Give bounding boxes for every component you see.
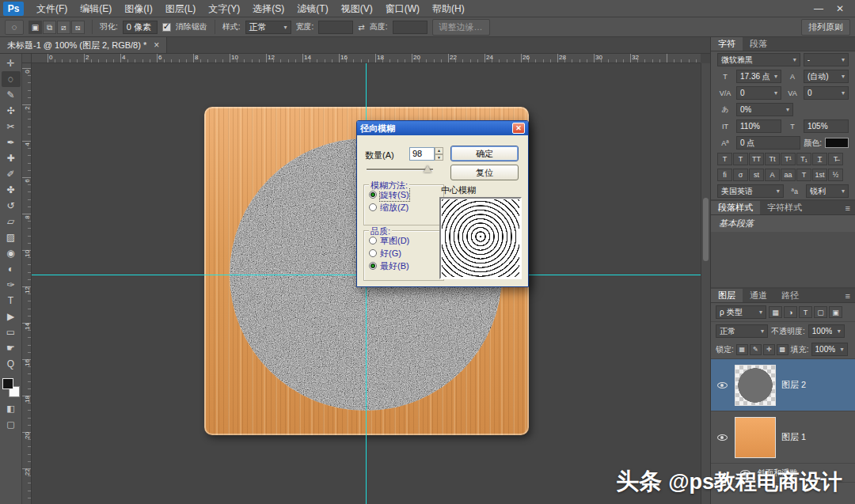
photoshop-logo[interactable]: Ps — [3, 2, 24, 16]
tab-channels[interactable]: 通道 — [743, 289, 774, 302]
tab-paragraph-styles[interactable]: 段落样式 — [711, 201, 760, 214]
anti-alias-select[interactable]: 锐利 — [806, 184, 849, 198]
shape-tool[interactable]: ▭ — [2, 324, 21, 340]
lock-pixels-icon[interactable]: ✎ — [750, 344, 762, 355]
amount-spinner[interactable]: ▲▼ — [435, 147, 443, 161]
eyedropper-tool[interactable]: ✒ — [2, 135, 21, 150]
radio-zoom[interactable]: 缩放(Z) — [369, 201, 439, 214]
amount-input[interactable]: 98 — [409, 147, 435, 161]
filter-shape-layers-icon[interactable]: ▢ — [814, 306, 827, 318]
dodge-tool[interactable]: ◐ — [2, 261, 21, 277]
new-selection-icon[interactable]: ▣ — [28, 21, 42, 34]
font-size-select[interactable]: 17.36 点 — [736, 70, 781, 83]
crop-tool[interactable]: ✂ — [2, 119, 21, 135]
feather-input[interactable]: 0 像素 — [123, 21, 158, 34]
menu-edit[interactable]: 编辑(E) — [74, 0, 118, 17]
ruler-vertical[interactable]: 0246810121416182022 — [22, 63, 32, 504]
path-selection-tool[interactable]: ▶ — [2, 309, 21, 324]
blur-tool[interactable]: ◉ — [2, 245, 21, 261]
tab-paragraph[interactable]: 段落 — [743, 37, 774, 51]
filter-adjustment-layers-icon[interactable]: ◑ — [784, 306, 797, 318]
style-select[interactable]: 正常 — [245, 21, 291, 34]
history-brush-tool[interactable]: ↺ — [2, 198, 21, 214]
anti-alias-checkbox[interactable] — [162, 23, 171, 32]
amount-slider[interactable] — [367, 169, 433, 170]
tab-layers[interactable]: 图层 — [711, 289, 743, 302]
filter-type-layers-icon[interactable]: T — [799, 306, 812, 318]
menu-layer[interactable]: 图层(L) — [159, 0, 203, 17]
healing-brush-tool[interactable]: ✚ — [2, 150, 21, 166]
hand-tool[interactable]: ☛ — [2, 340, 21, 356]
menu-file[interactable]: 文件(F) — [30, 0, 74, 17]
lasso-tool[interactable]: ✎ — [2, 87, 21, 103]
eraser-tool[interactable]: ▱ — [2, 214, 21, 229]
foreground-color-swatch[interactable] — [2, 378, 13, 389]
layer-name[interactable]: 图层 1 — [781, 431, 806, 443]
document-tab[interactable]: 未标题-1 @ 100% (图层 2, RGB/8) * × — [0, 37, 167, 53]
tracking-select[interactable]: 0 — [804, 86, 849, 100]
layer-1-thumbnail[interactable] — [735, 417, 776, 458]
zoom-tool[interactable]: Q — [2, 356, 21, 372]
menu-image[interactable]: 图像(I) — [118, 0, 158, 17]
opacity-field[interactable]: 100% — [808, 324, 845, 338]
panel-menu-icon[interactable]: ≡ — [841, 201, 855, 214]
workspace-switcher-button[interactable]: 排列原则 — [801, 19, 850, 36]
fill-field[interactable]: 100% — [811, 343, 848, 356]
menu-type[interactable]: 文字(Y) — [202, 0, 246, 17]
menu-filter[interactable]: 滤镜(T) — [291, 0, 334, 17]
ruler-horizontal[interactable]: 02468101214161820222426283032 — [32, 54, 701, 63]
horizontal-scale-field[interactable]: 105% — [804, 119, 849, 133]
visibility-toggle[interactable] — [715, 382, 729, 388]
scrollbar-thumb[interactable] — [703, 198, 709, 261]
layer-name[interactable]: 图层 2 — [781, 379, 806, 391]
quick-selection-tool[interactable]: ✣ — [2, 103, 21, 119]
leading-select[interactable]: (自动) — [804, 70, 849, 83]
gradient-tool[interactable]: ▨ — [2, 229, 21, 245]
blend-mode-select[interactable]: 正常 — [716, 324, 768, 338]
subtract-selection-icon[interactable]: ⧄ — [57, 21, 70, 34]
swap-dimensions-icon[interactable]: ⇄ — [358, 23, 364, 32]
refine-edge-button[interactable]: 调整边缘… — [432, 19, 490, 36]
filter-pixel-layers-icon[interactable]: ▦ — [769, 306, 782, 318]
slider-thumb[interactable] — [424, 165, 431, 172]
reset-button[interactable]: 复位 — [450, 165, 519, 180]
paragraph-style-item[interactable]: 基本段落 — [711, 215, 855, 232]
layer-2-thumbnail[interactable] — [735, 365, 776, 406]
layer-row-2[interactable]: 图层 2 — [711, 359, 855, 411]
screen-mode-button[interactable]: ▢ — [2, 416, 21, 432]
filter-smart-objects-icon[interactable]: ▣ — [829, 306, 842, 318]
kerning-select[interactable]: 0 — [736, 86, 781, 100]
layer-filter-type-select[interactable]: ρ 类型 — [716, 305, 766, 319]
lock-transparency-icon[interactable]: ▦ — [736, 344, 748, 355]
move-tool[interactable]: ✛ — [2, 55, 21, 71]
clone-stamp-tool[interactable]: ✤ — [2, 182, 21, 198]
lock-all-icon[interactable]: ▩ — [777, 344, 788, 355]
font-style-select[interactable]: - — [804, 53, 849, 66]
current-tool-icon[interactable]: ◌ — [5, 20, 24, 35]
menu-help[interactable]: 帮助(H) — [426, 0, 471, 17]
radio-good[interactable]: 好(G) — [369, 247, 439, 260]
height-input[interactable] — [393, 21, 428, 34]
spinner-down-icon[interactable]: ▼ — [435, 154, 443, 161]
minimize-icon[interactable]: — — [814, 3, 823, 14]
vertical-scale-field[interactable]: 110% — [736, 119, 781, 133]
font-family-select[interactable]: 微软雅黑 — [717, 53, 800, 66]
menu-select[interactable]: 选择(S) — [246, 0, 291, 17]
panel-menu-icon[interactable]: ≡ — [841, 289, 855, 302]
quick-mask-button[interactable]: ◧ — [2, 400, 21, 416]
text-color-swatch[interactable] — [825, 138, 849, 148]
width-input[interactable] — [318, 21, 353, 34]
type-tool[interactable]: T — [2, 293, 21, 309]
tab-character-styles[interactable]: 字符样式 — [760, 201, 809, 214]
ok-button[interactable]: 确定 — [450, 146, 519, 161]
proportional-spacing-select[interactable]: 0% — [736, 103, 793, 116]
lock-position-icon[interactable]: ✛ — [763, 344, 775, 355]
baseline-shift-field[interactable]: 0 点 — [736, 136, 800, 150]
elliptical-marquee-tool[interactable]: ◌ — [2, 71, 21, 87]
blur-center-preview[interactable] — [439, 197, 522, 279]
tab-paths[interactable]: 路径 — [774, 289, 806, 302]
menu-view[interactable]: 视图(V) — [335, 0, 379, 17]
dialog-close-icon[interactable]: ✕ — [512, 123, 525, 134]
radio-best[interactable]: 最好(B) — [369, 260, 439, 272]
dialog-title-bar[interactable]: 径向模糊 ✕ — [357, 121, 528, 135]
